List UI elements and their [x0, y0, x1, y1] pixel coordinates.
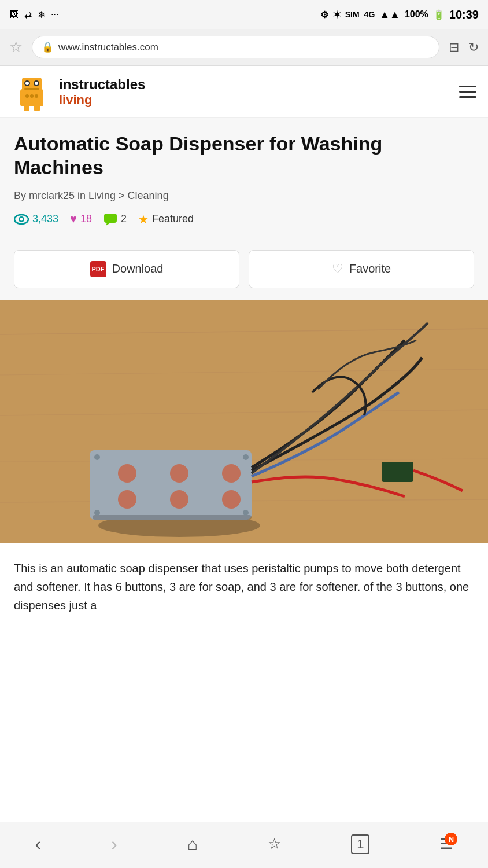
sim-icon: SIM: [345, 10, 360, 19]
settings-icon: ❄: [38, 9, 45, 20]
signal-icon: 4G: [364, 10, 375, 19]
download-label: Download: [112, 262, 164, 275]
site-branding: instructables living: [59, 76, 145, 108]
views-stat: 3,433: [14, 213, 58, 225]
site-logo: [12, 72, 52, 112]
sync-icon: ⇄: [24, 9, 32, 20]
svg-point-31: [222, 490, 241, 509]
favorite-label: Favorite: [349, 262, 391, 275]
likes-stat: ♥ 18: [70, 212, 92, 226]
battery-percent: 100%: [405, 9, 428, 20]
lock-icon: 🔒: [42, 41, 54, 53]
svg-rect-36: [382, 462, 413, 482]
url-text: www.instructables.com: [58, 42, 158, 53]
article-meta: By mrclark25 in Living > Cleaning: [14, 190, 474, 202]
battery-icon: 🔋: [433, 9, 445, 20]
signal-bars: ▲▲: [379, 9, 400, 21]
article-title: Automatic Soap Dispenser for Washing Mac…: [14, 132, 474, 179]
featured-stat: ★ Featured: [138, 212, 194, 226]
svg-point-32: [94, 454, 100, 460]
svg-point-3: [25, 82, 29, 85]
svg-point-8: [30, 94, 34, 98]
article-stats: 3,433 ♥ 18 2 ★ Featured: [14, 212, 474, 226]
svg-rect-25: [93, 515, 252, 520]
article-category[interactable]: Living: [88, 190, 116, 201]
svg-point-35: [243, 510, 249, 516]
svg-rect-24: [90, 450, 252, 520]
hero-image: [0, 300, 488, 543]
svg-point-14: [20, 218, 23, 220]
article-header: Automatic Soap Dispenser for Washing Mac…: [0, 118, 488, 238]
likes-count: 18: [80, 213, 92, 225]
svg-point-33: [243, 454, 249, 460]
svg-point-26: [118, 464, 136, 483]
views-count: 3,433: [32, 213, 58, 225]
comments-stat: 2: [103, 213, 127, 226]
eye-icon: [14, 214, 29, 225]
hamburger-menu[interactable]: [459, 86, 476, 98]
svg-rect-6: [24, 88, 39, 90]
svg-point-5: [35, 82, 38, 85]
heart-icon: ♥: [70, 212, 77, 226]
status-icons-right: ⚙ ✶ SIM 4G ▲▲ 100% 🔋 10:39: [320, 8, 479, 21]
action-buttons: PDF Download ♡ Favorite: [0, 238, 488, 300]
comments-count: 2: [121, 213, 127, 225]
more-icon: ···: [51, 9, 58, 20]
browser-bookmark-icon[interactable]: ☆: [9, 38, 23, 56]
status-icons-left: 🖼 ⇄ ❄ ···: [9, 9, 58, 20]
site-section[interactable]: living: [59, 93, 145, 108]
star-icon: ★: [138, 212, 149, 226]
browser-bar: ☆ 🔒 www.instructables.com ⊟ ↻: [0, 29, 488, 66]
svg-rect-15: [104, 214, 117, 223]
reader-mode-icon[interactable]: ⊟: [449, 40, 459, 55]
svg-point-29: [118, 490, 136, 509]
svg-point-27: [170, 464, 188, 483]
article-author[interactable]: mrclark25: [29, 190, 75, 201]
bluetooth-icon: ✶: [333, 9, 341, 20]
site-header: instructables living: [0, 66, 488, 118]
heart-empty-icon: ♡: [332, 262, 343, 277]
wifi-icon: ⚙: [320, 9, 328, 20]
svg-point-9: [35, 94, 38, 98]
svg-point-30: [170, 490, 188, 509]
article-subcategory[interactable]: Cleaning: [128, 190, 169, 201]
download-button[interactable]: PDF Download: [14, 250, 239, 288]
svg-point-7: [25, 94, 29, 98]
featured-label: Featured: [152, 213, 194, 225]
status-bar: 🖼 ⇄ ❄ ··· ⚙ ✶ SIM 4G ▲▲ 100% 🔋 10:39: [0, 0, 488, 29]
gallery-icon: 🖼: [9, 9, 19, 20]
hero-image-svg: [0, 300, 488, 543]
refresh-icon[interactable]: ↻: [468, 40, 479, 55]
comment-icon: [103, 213, 117, 226]
article-intro: This is an automatic soap dispenser that…: [14, 559, 474, 615]
svg-rect-10: [24, 105, 29, 111]
article-body: This is an automatic soap dispenser that…: [0, 543, 488, 631]
svg-marker-16: [106, 223, 110, 226]
status-time: 10:39: [449, 8, 479, 21]
pdf-icon: PDF: [90, 261, 106, 277]
svg-point-28: [222, 464, 241, 483]
favorite-button[interactable]: ♡ Favorite: [249, 250, 474, 288]
site-name: instructables: [59, 76, 145, 93]
svg-point-34: [94, 510, 100, 516]
browser-url-bar[interactable]: 🔒 www.instructables.com: [32, 36, 439, 58]
browser-actions: ⊟ ↻: [449, 40, 479, 55]
svg-rect-11: [34, 105, 40, 111]
